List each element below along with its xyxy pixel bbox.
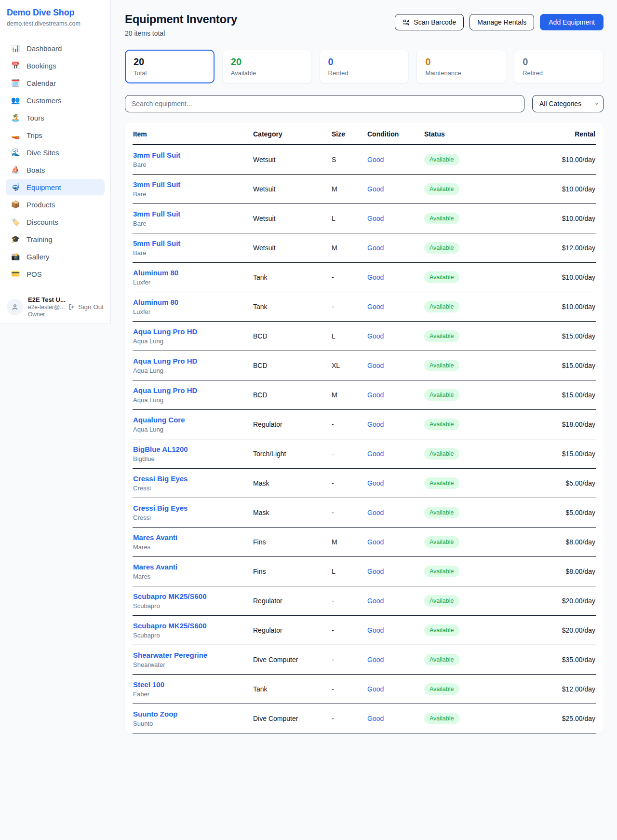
table-row: Scubapro MK25/S600ScubaproRegulator-Good…: [133, 615, 596, 645]
manage-rentals-button[interactable]: Manage Rentals: [469, 14, 534, 30]
column-header-item[interactable]: Item: [133, 123, 253, 145]
item-brand: Cressi: [133, 514, 251, 521]
item-name-link[interactable]: Mares Avanti: [133, 533, 251, 542]
sidebar-item-label: Trips: [27, 131, 42, 139]
camera-icon: 📸: [11, 252, 20, 261]
sidebar-item-equipment[interactable]: 🤿Equipment: [6, 179, 105, 195]
sidebar-item-discounts[interactable]: 🏷️Discounts: [6, 214, 105, 230]
condition-link[interactable]: Good: [367, 273, 384, 281]
sidebar-item-training[interactable]: 🎓Training: [6, 231, 105, 247]
item-name-link[interactable]: 5mm Full Suit: [133, 239, 251, 247]
item-name-link[interactable]: 3mm Full Suit: [133, 210, 251, 218]
sidebar-item-dashboard[interactable]: 📊Dashboard: [6, 40, 105, 56]
item-brand: Scubapro: [133, 632, 251, 639]
condition-link[interactable]: Good: [367, 597, 384, 605]
condition-link[interactable]: Good: [367, 656, 384, 664]
add-equipment-button[interactable]: Add Equipment: [540, 14, 604, 30]
item-name-link[interactable]: Aluminum 80: [133, 269, 251, 277]
sidebar-item-label: Training: [27, 235, 53, 244]
condition-link[interactable]: Good: [367, 685, 384, 693]
item-name-link[interactable]: Cressi Big Eyes: [133, 504, 251, 512]
sidebar-item-pos[interactable]: 💳POS: [6, 266, 105, 282]
item-rental-price: $25.00/day: [496, 704, 596, 733]
condition-link[interactable]: Good: [367, 303, 384, 311]
item-brand: Suunto: [133, 720, 251, 727]
item-size: M: [331, 380, 367, 409]
stat-card-rented[interactable]: 0Rented: [320, 50, 409, 83]
category-select[interactable]: All Categories: [532, 95, 604, 112]
sidebar-item-calendar[interactable]: 🗓️Calendar: [6, 75, 105, 91]
condition-link[interactable]: Good: [367, 509, 384, 516]
item-name-link[interactable]: Aqua Lung Pro HD: [133, 357, 251, 365]
equipment-table-body: 3mm Full SuitBareWetsuitSGoodAvailable$1…: [133, 145, 596, 733]
user-box: E2E Test U... e2e-tester@... Owner Sign …: [0, 290, 110, 324]
condition-link[interactable]: Good: [367, 568, 384, 575]
sidebar-item-customers[interactable]: 👥Customers: [6, 92, 105, 108]
table-row: Cressi Big EyesCressiMask-GoodAvailable$…: [133, 468, 596, 498]
sidebar-item-dive-sites[interactable]: 🌊Dive Sites: [6, 144, 105, 161]
table-row: Shearwater PeregrineShearwaterDive Compu…: [133, 645, 596, 674]
item-name-link[interactable]: Mares Avanti: [133, 563, 251, 571]
scan-barcode-button[interactable]: Scan Barcode: [395, 14, 464, 30]
item-name-link[interactable]: Aqualung Core: [133, 416, 251, 424]
column-header-size[interactable]: Size: [331, 123, 367, 145]
brand-block: Demo Dive Shop demo.test.divestreams.com: [0, 0, 110, 34]
condition-link[interactable]: Good: [367, 362, 384, 369]
person-icon: [11, 303, 19, 311]
item-size: XL: [331, 351, 367, 380]
brand-name[interactable]: Demo Dive Shop: [7, 8, 101, 18]
sidebar-item-gallery[interactable]: 📸Gallery: [6, 248, 105, 265]
item-name-link[interactable]: Steel 100: [133, 680, 251, 689]
sidebar-item-label: Discounts: [27, 218, 58, 226]
item-category: Regulator: [253, 586, 331, 615]
condition-link[interactable]: Good: [367, 450, 384, 458]
item-rental-price: $15.00/day: [496, 439, 596, 468]
item-rental-price: $12.00/day: [496, 674, 596, 704]
item-size: -: [331, 468, 367, 498]
item-rental-price: $12.00/day: [496, 233, 596, 262]
item-name-link[interactable]: 3mm Full Suit: [133, 151, 251, 159]
condition-link[interactable]: Good: [367, 332, 384, 340]
item-name-link[interactable]: 3mm Full Suit: [133, 180, 251, 189]
stat-card-available[interactable]: 20Available: [222, 50, 312, 83]
item-name-link[interactable]: Aluminum 80: [133, 298, 251, 306]
item-brand: Faber: [133, 691, 251, 698]
stat-card-total[interactable]: 20Total: [125, 50, 215, 83]
item-name-link[interactable]: Aqua Lung Pro HD: [133, 386, 251, 394]
column-header-rental[interactable]: Rental: [496, 123, 596, 145]
item-name-link[interactable]: Suunto Zoop: [133, 710, 251, 718]
sign-out-button[interactable]: Sign Out: [68, 303, 104, 311]
column-header-status[interactable]: Status: [424, 123, 496, 145]
sidebar-item-label: POS: [27, 270, 42, 278]
item-name-link[interactable]: BigBlue AL1200: [133, 445, 251, 453]
search-input[interactable]: [125, 95, 524, 112]
condition-link[interactable]: Good: [367, 420, 384, 428]
condition-link[interactable]: Good: [367, 391, 384, 399]
condition-link[interactable]: Good: [367, 244, 384, 252]
condition-link[interactable]: Good: [367, 538, 384, 546]
item-name-link[interactable]: Aqua Lung Pro HD: [133, 327, 251, 336]
stat-card-maintenance[interactable]: 0Maintenance: [416, 50, 506, 83]
sidebar-item-label: Dive Sites: [27, 149, 59, 157]
sidebar-item-tours[interactable]: 🏝️Tours: [6, 109, 105, 126]
condition-link[interactable]: Good: [367, 215, 384, 222]
condition-link[interactable]: Good: [367, 156, 384, 163]
stat-card-retired[interactable]: 0Retired: [514, 50, 604, 83]
item-rental-price: $10.00/day: [496, 174, 596, 203]
item-name-link[interactable]: Shearwater Peregrine: [133, 651, 251, 659]
sidebar-item-products[interactable]: 📦Products: [6, 196, 105, 213]
condition-link[interactable]: Good: [367, 185, 384, 193]
stat-value: 20: [231, 56, 303, 68]
column-header-condition[interactable]: Condition: [367, 123, 424, 145]
item-category: Wetsuit: [253, 203, 331, 233]
item-name-link[interactable]: Cressi Big Eyes: [133, 474, 251, 483]
sidebar-item-boats[interactable]: ⛵Boats: [6, 162, 105, 178]
sidebar-item-bookings[interactable]: 📅Bookings: [6, 57, 105, 74]
sidebar-item-trips[interactable]: 🚤Trips: [6, 127, 105, 143]
item-name-link[interactable]: Scubapro MK25/S600: [133, 622, 251, 630]
column-header-category[interactable]: Category: [253, 123, 331, 145]
condition-link[interactable]: Good: [367, 626, 384, 634]
condition-link[interactable]: Good: [367, 479, 384, 487]
item-name-link[interactable]: Scubapro MK25/S600: [133, 592, 251, 600]
condition-link[interactable]: Good: [367, 715, 384, 722]
